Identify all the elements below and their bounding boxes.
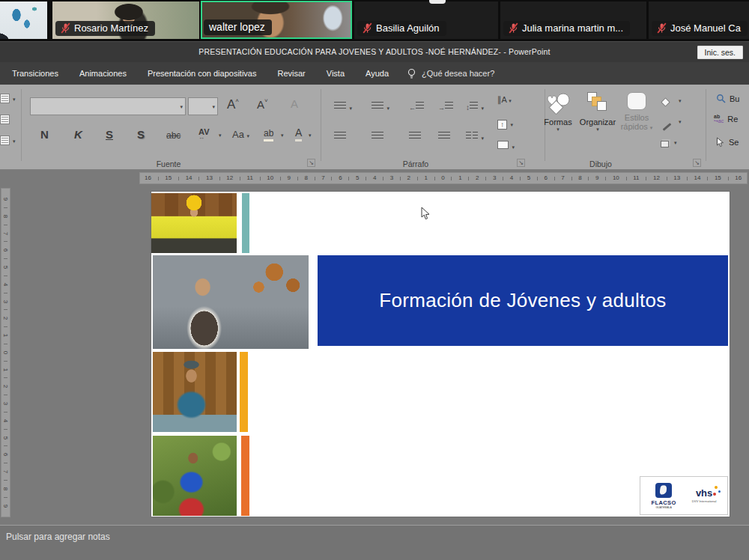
chevron-down-icon[interactable]: ▾ <box>679 98 682 104</box>
vhs-dvv-logo: vhs DVV International <box>692 488 717 503</box>
strip-handle[interactable] <box>429 0 446 4</box>
align-right-button[interactable] <box>409 130 421 143</box>
participant-tile[interactable]: Rosario Martínez <box>52 1 199 39</box>
font-group-label: Fuente <box>142 159 195 168</box>
tab-animaciones[interactable]: Animaciones <box>69 63 137 84</box>
align-left-button[interactable] <box>334 130 346 143</box>
align-center-button[interactable] <box>372 130 383 143</box>
slide-photo-carpenter[interactable] <box>153 352 237 432</box>
accent-bar-amber[interactable] <box>240 352 248 432</box>
paragraph-dialog-launcher[interactable]: ↘ <box>517 159 525 167</box>
slide-photo-warehouse-worker[interactable] <box>151 193 237 253</box>
slide-photo-cook[interactable] <box>153 255 309 349</box>
quick-styles-icon <box>627 92 646 110</box>
select-button[interactable]: Se <box>716 137 739 147</box>
tab-vista[interactable]: Vista <box>316 63 355 84</box>
chevron-down-icon: ▾ <box>13 139 16 144</box>
tab-ayuda[interactable]: Ayuda <box>355 63 399 84</box>
tell-me-box[interactable]: ¿Qué desea hacer? <box>407 68 494 79</box>
decrease-indent-button[interactable]: ← <box>409 100 424 113</box>
participant-name-tag: walter lopez <box>204 19 272 35</box>
font-size-combobox[interactable]: ▾ <box>188 97 218 115</box>
replace-button[interactable]: ab↪ac Re <box>714 115 738 124</box>
chevron-down-icon[interactable]: ▾ <box>679 119 682 125</box>
arrange-icon <box>586 92 610 115</box>
participant-name-tag: José Manuel Ca <box>652 21 748 36</box>
font-color-button[interactable]: A <box>295 127 302 141</box>
italic-button[interactable]: K <box>74 128 82 141</box>
replace-icon: ab↪ac <box>714 115 724 124</box>
logos-box[interactable]: FLACSO GUATEMALA vhs DVV International <box>640 476 728 515</box>
chevron-down-icon[interactable]: ▾ <box>219 133 222 139</box>
tab-revisar[interactable]: Revisar <box>267 63 315 84</box>
chevron-down-icon[interactable]: ▾ <box>674 140 677 146</box>
shapes-button[interactable]: Formas ▾ <box>541 92 575 133</box>
accent-bar-teal[interactable] <box>242 193 249 253</box>
editing-area: 1615141312111098765432101234567891011121… <box>0 170 749 525</box>
font-dialog-launcher[interactable]: ↘ <box>307 159 315 167</box>
clear-formatting-button[interactable]: A <box>291 97 298 110</box>
sign-in-button[interactable]: Inic. ses. <box>697 46 743 59</box>
ruler-vertical-numbers[interactable]: 9876543210123456789 <box>1 188 10 517</box>
grow-font-button[interactable]: A˄ <box>227 97 239 112</box>
convert-smartart-button[interactable]: ▾ <box>497 139 515 152</box>
chevron-down-icon[interactable]: ▾ <box>309 133 312 139</box>
participant-name: Julia marina martin m... <box>522 22 623 34</box>
powerpoint-titlebar: PRESENTACIÓN EDUCACIÓN PARA JOVENES Y AD… <box>0 41 749 62</box>
search-icon <box>716 94 726 103</box>
shape-effects-button[interactable] <box>661 137 669 150</box>
font-name-combobox[interactable]: ▾ <box>30 97 186 115</box>
clipped-slide-button[interactable] <box>0 115 10 124</box>
participant-name: José Manuel Ca <box>670 22 741 34</box>
cursor-arrow-icon <box>716 137 724 147</box>
participant-tile[interactable]: Julia marina martin m... <box>500 1 646 39</box>
participant-tile[interactable]: José Manuel Ca <box>649 1 749 39</box>
shrink-font-button[interactable]: A˅ <box>257 97 268 111</box>
arrange-button[interactable]: Organizar ▾ <box>578 92 617 133</box>
quick-styles-button[interactable]: Estilos rápidos ▾ <box>619 92 655 131</box>
tab-presentacion[interactable]: Presentación con diapositivas <box>137 63 267 84</box>
highlight-color-button[interactable]: ab <box>264 128 273 141</box>
drawing-dialog-launcher[interactable]: ↘ <box>693 159 701 167</box>
change-case-button[interactable]: Aa ▾ <box>232 129 249 140</box>
participant-tile[interactable]: Basilia Aguilón <box>354 1 498 39</box>
shape-outline-button[interactable] <box>662 118 672 131</box>
increase-indent-button[interactable]: → <box>438 100 453 113</box>
justify-button[interactable] <box>438 130 450 143</box>
ruler-horizontal-numbers[interactable]: 1615141312111098765432101234567891011121… <box>139 172 748 184</box>
bullets-button[interactable]: ▾ <box>334 100 352 113</box>
slide-photo-artisan-woman[interactable] <box>153 436 237 516</box>
numbering-button[interactable]: ▾ <box>372 100 389 113</box>
slide-title: Formación de Jóvenes y adultos <box>379 289 666 312</box>
participant-tile-active-speaker[interactable]: walter lopez <box>201 1 352 39</box>
effects-icon <box>661 141 669 147</box>
flacso-map-icon <box>655 483 672 498</box>
slide-canvas[interactable]: Formación de Jóvenes y adultos FLACSO GU… <box>151 192 730 517</box>
character-spacing-button[interactable]: AV↔ <box>198 127 209 139</box>
bold-button[interactable]: N <box>40 128 49 141</box>
text-direction-button[interactable]: ∥A ▾ <box>497 95 512 105</box>
columns-button[interactable]: ▾ <box>466 130 484 143</box>
slide-title-banner[interactable]: Formación de Jóvenes y adultos <box>318 255 728 346</box>
text-shadow-button[interactable]: S <box>137 128 145 141</box>
shape-fill-button[interactable] <box>662 95 669 109</box>
chevron-down-icon[interactable]: ▾ <box>281 133 284 139</box>
mouse-cursor <box>420 207 430 221</box>
accent-bar-orange[interactable] <box>241 436 249 516</box>
paragraph-group-label: Párrafo <box>389 159 442 168</box>
strikethrough-button[interactable]: abc <box>166 130 181 141</box>
pencil-icon <box>663 123 672 131</box>
tab-transiciones[interactable]: Transiciones <box>1 63 69 84</box>
participant-name: Rosario Martínez <box>74 22 148 34</box>
clipped-slide-button[interactable] <box>0 136 10 145</box>
fill-icon <box>661 97 670 107</box>
clipped-slide-button[interactable] <box>0 94 10 103</box>
mic-muted-icon <box>363 22 372 34</box>
line-spacing-button[interactable]: ↕ ▾ <box>466 100 484 113</box>
meeting-video-strip: Rosario Martínez walter lopez Basilia Ag… <box>0 0 749 41</box>
align-text-button[interactable]: ↕ ▾ <box>497 116 513 130</box>
notes-pane[interactable]: Pulsar para agregar notas <box>0 525 749 560</box>
underline-button[interactable]: S <box>106 128 113 141</box>
find-button[interactable]: Bu <box>716 94 739 103</box>
participant-tile[interactable] <box>0 1 47 39</box>
